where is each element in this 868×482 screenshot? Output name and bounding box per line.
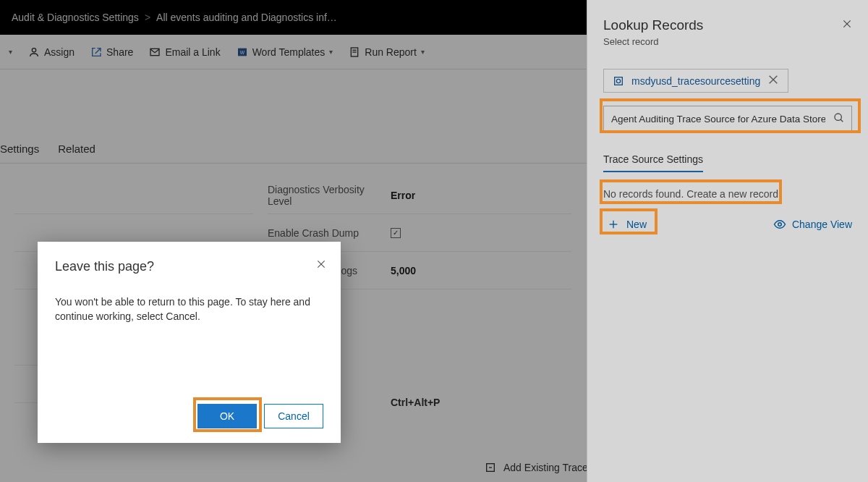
svg-rect-16 [615,77,623,85]
eye-icon [773,218,786,231]
panel-close-button[interactable] [842,19,852,32]
svg-point-17 [616,79,620,83]
share-icon [90,46,102,58]
dialog-close-button[interactable] [316,259,326,272]
run-report-button[interactable]: Run Report ▾ [349,46,425,58]
breadcrumb-current: All events auditing and Diagnostics inf… [156,12,337,23]
report-icon [349,46,360,58]
run-report-label: Run Report [365,46,417,58]
link-icon [485,462,496,473]
panel-title: Lookup Records [603,17,852,33]
verbosity-label: Diagnostics Verbosity Level [268,184,391,207]
search-box [603,106,852,132]
chip-remove-button[interactable] [767,74,779,88]
no-results-text: No records found. Create a new record. [603,188,852,200]
crash-dump-checkbox[interactable]: ✓ [391,228,401,238]
person-icon [28,46,40,58]
breadcrumb: Audit & Diagnostics Settings > All event… [12,12,337,23]
word-icon: W [237,46,248,58]
plus-icon [608,219,619,230]
dialog-actions: OK Cancel [55,404,323,428]
tab-settings[interactable]: Settings [0,143,39,155]
cancel-button[interactable]: Cancel [264,404,323,428]
search-icon[interactable] [833,112,845,127]
dialog-title: Leave this page? [55,259,323,274]
svg-text:W: W [239,49,244,54]
email-link-label: Email a Link [165,46,220,58]
breadcrumb-root[interactable]: Audit & Diagnostics Settings [12,12,139,23]
chevron-down-icon: ▾ [9,48,12,56]
verbosity-row: Diagnostics Verbosity Level Error [268,177,571,214]
tab-related[interactable]: Related [58,143,95,155]
new-button[interactable]: New [603,216,654,233]
mail-icon [149,46,161,58]
close-icon [767,74,779,85]
shortcut-text: Ctrl+Alt+P [391,397,440,408]
search-input[interactable] [603,106,852,132]
form-row [14,177,253,214]
cmd-dropdown-left[interactable]: ▾ [9,48,12,56]
close-icon [842,19,852,29]
new-button-label: New [626,219,647,230]
lookup-panel: Lookup Records Select record msdyusd_tra… [587,0,868,482]
assign-label: Assign [44,46,75,58]
verbosity-value[interactable]: Error [391,190,415,201]
change-view-button[interactable]: Change View [773,218,852,231]
entity-chip[interactable]: msdyusd_tracesourcesetting [603,69,788,93]
section-header: Trace Source Settings [603,153,703,172]
word-templates-button[interactable]: W Word Templates ▾ [237,46,333,58]
svg-point-24 [778,223,782,227]
panel-actions: New Change View [603,216,852,233]
chevron-down-icon: ▾ [421,48,425,56]
close-icon [316,259,326,269]
crash-dump-label: Enable Crash Dump [268,227,391,239]
email-link-button[interactable]: Email a Link [149,46,220,58]
share-label: Share [106,46,133,58]
entity-icon [613,75,624,87]
assign-button[interactable]: Assign [28,46,75,58]
ok-button[interactable]: OK [197,404,257,428]
chevron-down-icon: ▾ [329,48,333,56]
entity-chip-label: msdyusd_tracesourcesetting [631,75,760,87]
word-templates-label: Word Templates [252,46,326,58]
change-view-label: Change View [792,219,852,230]
svg-line-21 [841,119,843,122]
dialog-body: You won't be able to return to this page… [55,295,323,324]
add-existing-label: Add Existing Trace [503,462,588,473]
panel-subtitle: Select record [603,36,852,47]
svg-point-4 [32,48,35,51]
add-existing-trace[interactable]: Add Existing Trace [485,462,588,473]
svg-point-20 [835,114,841,120]
breadcrumb-separator: > [145,12,150,23]
leave-page-dialog: Leave this page? You won't be able to re… [38,242,341,443]
share-button[interactable]: Share [90,46,133,58]
logs-value[interactable]: 5,000 [391,265,416,276]
